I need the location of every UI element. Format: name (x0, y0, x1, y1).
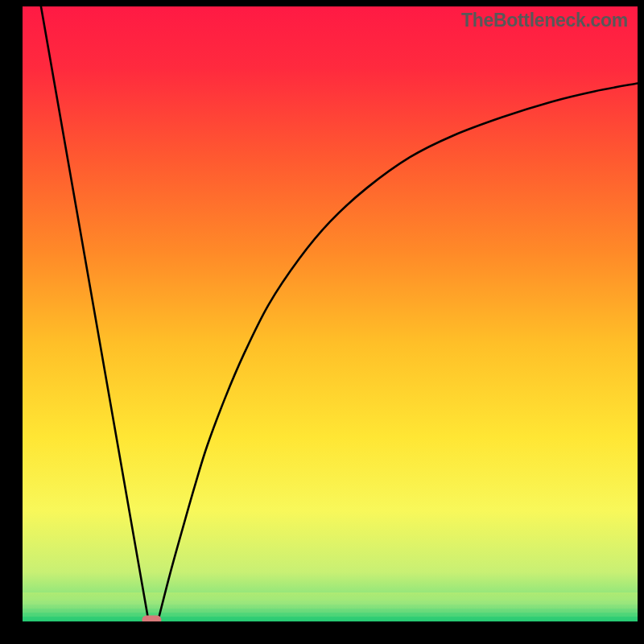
optimum-marker (142, 616, 161, 622)
svg-rect-0 (23, 617, 638, 621)
chart-svg (23, 6, 638, 621)
chart-frame: TheBottleneck.com (0, 0, 644, 644)
svg-rect-6 (23, 592, 638, 597)
svg-rect-2 (23, 609, 638, 613)
plot-area: TheBottleneck.com (23, 6, 638, 621)
marker-group (142, 616, 161, 622)
watermark-text: TheBottleneck.com (461, 10, 628, 31)
gradient-background (23, 6, 638, 621)
svg-rect-3 (23, 605, 638, 609)
svg-rect-5 (23, 597, 638, 601)
svg-rect-1 (23, 613, 638, 617)
svg-rect-4 (23, 601, 638, 605)
bottom-band (23, 592, 638, 621)
